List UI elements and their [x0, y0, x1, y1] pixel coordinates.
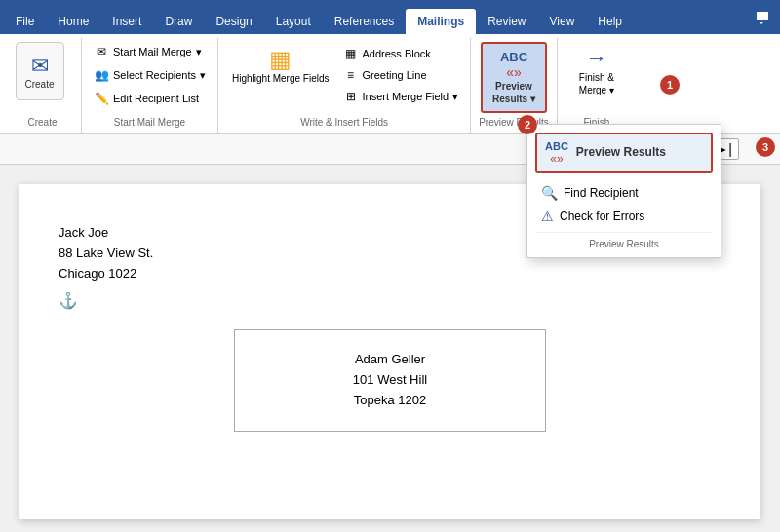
recipient-name: Adam Geller: [254, 350, 526, 370]
highlight-merge-fields-button[interactable]: ▦ Highlight Merge Fields: [226, 42, 335, 89]
find-recipient-icon: 🔍: [541, 185, 558, 201]
sender-address2: Chicago 1022: [58, 264, 722, 285]
greeting-line-button[interactable]: ≡ Greeting Line: [339, 65, 463, 85]
tab-references[interactable]: References: [323, 9, 406, 34]
tab-help[interactable]: Help: [586, 9, 634, 34]
badge-1: 1: [660, 75, 680, 95]
insert-merge-field-label: Insert Merge Field: [363, 91, 449, 102]
preview-results-button[interactable]: ABC «» PreviewResults ▾: [481, 42, 547, 113]
dropdown-panel: 2 ABC «» Preview Results 🔍 Find Recipien…: [526, 124, 722, 258]
dropdown-arrows-text: «»: [545, 152, 568, 166]
start-mail-merge-button[interactable]: ✉ Start Mail Merge ▾: [90, 42, 206, 61]
select-recipients-button[interactable]: 👥 Select Recipients ▾: [90, 65, 210, 85]
tab-layout[interactable]: Layout: [264, 9, 323, 34]
check-errors-item[interactable]: ⚠ Check for Errors: [535, 205, 713, 228]
start-mail-merge-label: Start Mail Merge: [113, 46, 192, 57]
tab-design[interactable]: Design: [204, 9, 263, 34]
finish-merge-button[interactable]: → Finish &Merge ▾: [571, 42, 622, 100]
ribbon-group-preview-results: ABC «» PreviewResults ▾ Preview Results: [471, 38, 558, 133]
create-label: Create: [24, 79, 54, 90]
address-block-button[interactable]: ▦ Address Block: [339, 44, 463, 63]
edit-recipient-icon: ✏️: [94, 91, 109, 106]
ribbon: 1 ✉ Create Create ✉ Start Mail Merge ▾ 👥…: [0, 34, 780, 134]
tab-home[interactable]: Home: [46, 9, 100, 34]
badge-3: 3: [756, 137, 775, 157]
create-group-label: Create: [27, 113, 57, 130]
check-errors-icon: ⚠: [541, 209, 554, 224]
dropdown-preview-label: Preview Results: [576, 145, 666, 161]
tab-view[interactable]: View: [538, 9, 587, 34]
badge-2: 2: [518, 115, 537, 134]
insert-merge-field-icon: ⊞: [343, 89, 359, 104]
start-mail-merge-group-label: Start Mail Merge: [114, 113, 185, 130]
highlight-label: Highlight Merge Fields: [232, 73, 330, 85]
dropdown-abc-text: ABC: [545, 140, 568, 152]
tab-review[interactable]: Review: [476, 9, 537, 34]
envelope-icon: ✉: [31, 54, 49, 79]
ribbon-tabs: File Home Insert Draw Design Layout Refe…: [0, 0, 780, 34]
abc-icon: ABC: [500, 50, 527, 64]
recipient-address2: Topeka 1202: [254, 391, 526, 411]
find-recipient-label: Find Recipient: [564, 186, 639, 200]
greeting-line-icon: ≡: [343, 67, 359, 83]
edit-recipient-label: Edit Recipient List: [113, 93, 199, 104]
comment-icon[interactable]: [745, 4, 780, 34]
tab-mailings[interactable]: Mailings: [406, 9, 476, 34]
ribbon-group-write-insert: ▦ Highlight Merge Fields ▦ Address Block…: [218, 38, 471, 133]
dropdown-footer-label: Preview Results: [535, 232, 713, 249]
recipient-address1: 101 West Hill: [254, 370, 526, 391]
check-errors-label: Check for Errors: [560, 209, 644, 223]
insert-merge-field-button[interactable]: ⊞ Insert Merge Field ▾: [339, 87, 463, 106]
envelope-box: Adam Geller 101 West Hill Topeka 1202: [234, 329, 546, 431]
find-recipient-item[interactable]: 🔍 Find Recipient: [535, 181, 713, 205]
tab-draw[interactable]: Draw: [153, 9, 204, 34]
select-recipients-icon: 👥: [94, 67, 109, 83]
select-recipients-label: Select Recipients: [113, 69, 196, 81]
dropdown-preview-results-button[interactable]: ABC «» Preview Results: [535, 133, 713, 173]
write-insert-group-label: Write & Insert Fields: [300, 113, 388, 130]
greeting-line-label: Greeting Line: [363, 69, 427, 81]
preview-results-label: PreviewResults ▾: [492, 80, 535, 105]
anchor-icon: ⚓: [58, 291, 722, 310]
finish-icon: →: [586, 46, 607, 71]
address-block-icon: ▦: [343, 46, 359, 61]
address-block-label: Address Block: [363, 48, 431, 59]
dropdown-preview-icon-group: ABC «»: [545, 140, 568, 166]
arrows-icon: «»: [506, 64, 522, 80]
ribbon-group-finish: → Finish &Merge ▾ Finish: [558, 38, 636, 133]
tab-file[interactable]: File: [4, 9, 46, 34]
finish-label: Finish &Merge ▾: [579, 71, 614, 96]
tab-insert[interactable]: Insert: [100, 9, 153, 34]
create-button[interactable]: ✉ Create: [16, 42, 64, 100]
edit-recipient-list-button[interactable]: ✏️ Edit Recipient List: [90, 89, 203, 108]
highlight-icon: ▦: [269, 46, 292, 73]
ribbon-group-create: ✉ Create Create: [4, 38, 82, 133]
ribbon-group-start-mail-merge: ✉ Start Mail Merge ▾ 👥 Select Recipients…: [82, 38, 218, 133]
start-mail-merge-icon: ✉: [94, 44, 109, 59]
